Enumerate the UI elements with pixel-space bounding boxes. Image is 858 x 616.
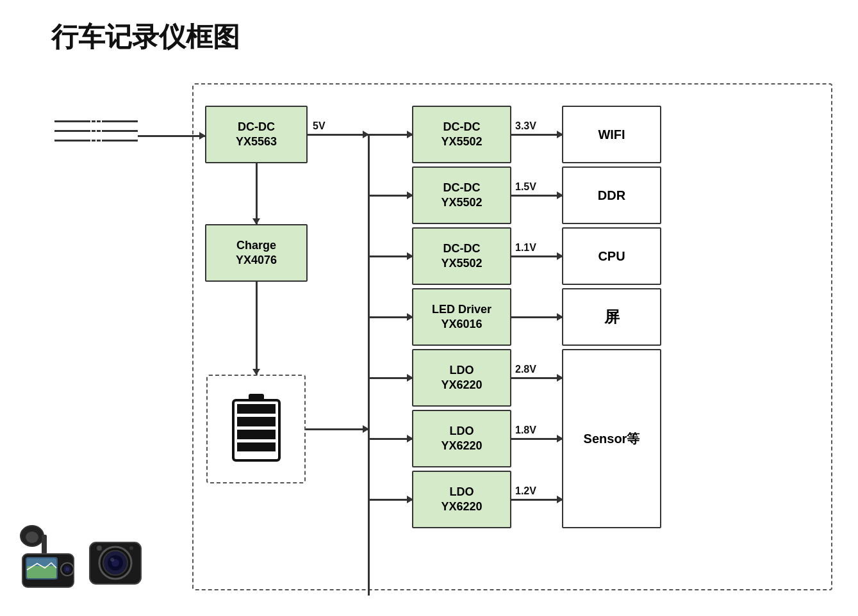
arrow-5502-3-to-right	[511, 255, 563, 257]
arrow-ldo3-to-right	[511, 499, 563, 501]
dc-dc-5563-box: DC-DC YX5563	[205, 106, 308, 163]
svg-rect-12	[27, 566, 56, 578]
battery-icon	[231, 394, 282, 464]
ldo-6220-3-box: LDO YX6220	[412, 471, 511, 528]
svg-point-7	[26, 531, 38, 543]
volt-28v: 2.8V	[515, 364, 536, 375]
battery-dashed-box	[206, 375, 306, 483]
arrow-5563-to-charge	[256, 163, 258, 224]
dc-dc-5502-3-box: DC-DC YX5502	[412, 227, 511, 285]
sensor-box: Sensor等	[562, 349, 661, 528]
volt-5v: 5V	[313, 120, 326, 132]
arrow-battery-to-bus	[306, 428, 368, 430]
arrow-ldo2-to-right	[511, 438, 563, 440]
charge-4076-box: Charge YX4076	[205, 224, 308, 282]
wifi-box: WIFI	[562, 106, 661, 163]
arrow-5502-1-to-right	[511, 134, 563, 136]
dashcam-image	[6, 523, 80, 590]
svg-rect-5	[237, 442, 276, 451]
diagram-area: DC-DC YX5563 5V DC-DC YX5502 3.3V WIFI D…	[51, 70, 839, 597]
volt-12v: 1.2V	[515, 485, 536, 497]
cpu-box: CPU	[562, 227, 661, 285]
ldo-6220-2-box: LDO YX6220	[412, 410, 511, 467]
dc-dc-5502-1-box: DC-DC YX5502	[412, 106, 511, 163]
arrow-bus-to-row5	[368, 377, 413, 379]
volt-18v: 1.8V	[515, 425, 536, 436]
svg-point-22	[97, 546, 102, 551]
arrow-bus-to-row4	[368, 316, 413, 318]
arrow-bus-to-row7	[368, 499, 413, 501]
volt-11v: 1.1V	[515, 242, 536, 254]
input-lines	[54, 120, 138, 142]
ldo-6220-1-box: LDO YX6220	[412, 349, 511, 407]
volt-33v: 3.3V	[515, 120, 536, 132]
compact-camera-image	[87, 533, 144, 590]
arrow-bus-to-row1	[368, 134, 413, 136]
screen-box: 屏	[562, 288, 661, 346]
arrow-bus-to-row3	[368, 255, 413, 257]
arrow-5502-2-to-right	[511, 195, 563, 197]
led-driver-box: LED Driver YX6016	[412, 288, 511, 346]
arrow-charge-to-battery	[256, 282, 258, 375]
page-title: 行车记录仪框图	[0, 0, 858, 68]
arrow-5563-to-right	[308, 134, 368, 136]
svg-rect-3	[237, 417, 276, 426]
svg-rect-2	[237, 404, 276, 414]
svg-point-15	[65, 567, 69, 571]
arrow-bus-to-row6	[368, 438, 413, 440]
svg-rect-4	[237, 430, 276, 439]
svg-point-23	[129, 546, 133, 550]
svg-point-21	[110, 558, 114, 562]
ddr-box: DDR	[562, 166, 661, 224]
vert-bus-main	[368, 134, 370, 596]
volt-15v: 1.5V	[515, 181, 536, 193]
camera-area	[6, 523, 144, 590]
arrow-ldo1-to-right	[511, 377, 563, 379]
svg-rect-8	[42, 535, 47, 554]
dc-dc-5502-2-box: DC-DC YX5502	[412, 166, 511, 224]
arrow-input-to-dc5563	[138, 135, 205, 137]
arrow-led-to-right	[511, 316, 563, 318]
arrow-bus-to-row2	[368, 195, 413, 197]
